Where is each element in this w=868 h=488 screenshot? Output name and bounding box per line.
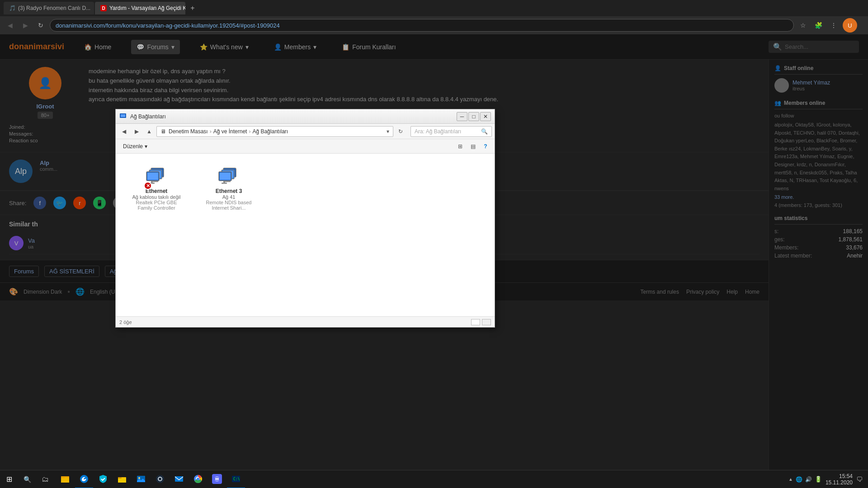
- user-avatar-header[interactable]: U: [843, 18, 857, 33]
- taskbar-apps: C:\: [56, 470, 245, 488]
- search-dialog-icon[interactable]: 🔍: [481, 128, 488, 135]
- page: donanimarsivi 🏠 Home 💬 Forums ▾ ⭐ What's…: [0, 34, 868, 488]
- systray-chevron[interactable]: ▲: [788, 477, 793, 482]
- windows-dialog: Ağ Bağlantıları ─ □ ✕ ◀ ▶ ▲ 🖥 Denetim Ma…: [115, 109, 495, 328]
- dialog-forward[interactable]: ▶: [131, 126, 142, 137]
- svg-rect-8: [147, 173, 158, 180]
- taskbar-app-terminal[interactable]: C:\: [227, 470, 245, 488]
- svg-point-31: [159, 478, 161, 480]
- taskbar-app-chrome[interactable]: [189, 470, 207, 488]
- dialog-controls: ─ □ ✕: [457, 112, 491, 121]
- new-tab-button[interactable]: +: [186, 2, 199, 14]
- extensions-icon[interactable]: 🧩: [812, 19, 825, 32]
- breadcrumb-part-2[interactable]: Ağ ve İnternet: [213, 128, 247, 135]
- taskbar-app-mail[interactable]: [170, 470, 188, 488]
- svg-text:C:\: C:\: [233, 477, 240, 481]
- battery-icon: 🔋: [815, 476, 822, 483]
- svg-rect-9: [151, 181, 153, 183]
- browser-toolbar: ◀ ▶ ↻ donanimarsivi.com/forum/konu/varsa…: [0, 16, 868, 34]
- taskbar-app-folder[interactable]: [113, 470, 131, 488]
- search-dialog-placeholder: Ara: Ağ Bağlantıları: [415, 128, 461, 135]
- start-button[interactable]: ⊞: [0, 470, 18, 488]
- taskbar-app-photos[interactable]: [132, 470, 150, 488]
- svg-rect-21: [61, 478, 69, 483]
- svg-rect-22: [61, 476, 65, 478]
- svg-point-37: [215, 478, 217, 480]
- view-options-icon[interactable]: ⊞: [455, 141, 466, 152]
- taskbar-app-discord[interactable]: [208, 470, 226, 488]
- notification-icon[interactable]: 🗨: [856, 476, 863, 483]
- dialog-toolbar: Düzenle ▾ ⊞ ▤ ?: [116, 139, 495, 154]
- dialog-title-text: Ağ Bağlantıları: [130, 113, 457, 120]
- dialog-nav: ◀ ▶ ▲ 🖥 Denetim Masası › Ağ ve İnternet …: [116, 124, 495, 139]
- browser-chrome: 🎵 (3) Radyo Fenomen Canlı D... ✕ D Yardı…: [0, 0, 868, 34]
- svg-rect-26: [118, 477, 122, 479]
- dialog-back[interactable]: ◀: [118, 126, 129, 137]
- network-item-ethernet[interactable]: ✕ Ethernet Ağ kablosu takılı değil Realt…: [125, 163, 188, 214]
- taskbar-app-shield[interactable]: [94, 470, 112, 488]
- dialog-maximize[interactable]: □: [468, 112, 479, 121]
- address-bar[interactable]: donanimarsivi.com/forum/konu/varsayilan-…: [50, 19, 794, 32]
- svg-rect-32: [175, 476, 183, 482]
- network-icon[interactable]: 🌐: [796, 476, 802, 483]
- breadcrumb-part-3[interactable]: Ağ Bağlantıları: [252, 128, 288, 135]
- ethernet-line1: Ağ kablosu takılı değil: [132, 194, 180, 200]
- menu-icon[interactable]: ⋮: [827, 19, 840, 32]
- svg-point-23: [80, 475, 88, 483]
- tab2-favicon: D: [100, 5, 107, 11]
- breadcrumb-icon: 🖥: [160, 128, 166, 135]
- statusbar-icons: [471, 319, 491, 325]
- breadcrumb-bar[interactable]: 🖥 Denetim Masası › Ağ ve İnternet › Ağ B…: [156, 126, 393, 137]
- network-item-ethernet3[interactable]: Ethernet 3 Ağ 41 Remote NDIS based Inter…: [197, 163, 260, 214]
- clock-time: 15:54: [826, 473, 853, 479]
- taskbar-right: ▲ 🌐 🔊 🔋 15:54 15.11.2020 🗨: [788, 473, 868, 486]
- bookmark-icon[interactable]: ☆: [797, 19, 809, 32]
- ethernet-line2: Realtek PCIe GBE Family Controller: [128, 200, 184, 211]
- dialog-content: ✕ Ethernet Ağ kablosu takılı değil Realt…: [116, 154, 495, 316]
- taskbar-app-steam[interactable]: [151, 470, 169, 488]
- refresh-button[interactable]: ↻: [34, 19, 47, 32]
- taskbar-app-edge[interactable]: [75, 470, 93, 488]
- help-icon[interactable]: ?: [480, 141, 491, 152]
- statusbar-icon-2[interactable]: [482, 319, 491, 325]
- ethernet3-name: Ethernet 3: [216, 188, 242, 194]
- browser-tab-1[interactable]: 🎵 (3) Radyo Fenomen Canlı D... ✕: [4, 2, 94, 14]
- dialog-titlebar: Ağ Bağlantıları ─ □ ✕: [116, 109, 495, 124]
- taskbar-search-btn[interactable]: 🔍: [18, 470, 36, 488]
- ethernet3-icon: [218, 166, 240, 188]
- tab2-label: Yardım - Varsayılan Ağ Geçidi K...: [109, 5, 185, 11]
- systray: ▲ 🌐 🔊 🔋: [788, 476, 822, 483]
- ethernet-icon: ✕: [146, 166, 167, 188]
- svg-point-38: [217, 478, 219, 480]
- back-button[interactable]: ◀: [4, 19, 16, 32]
- clock-date: 15.11.2020: [826, 479, 853, 486]
- search-bar-dialog[interactable]: Ara: Ağ Bağlantıları 🔍: [410, 126, 492, 137]
- toolbar-icons-right: ⊞ ▤ ?: [455, 141, 491, 152]
- organize-chevron: ▾: [145, 143, 147, 150]
- forward-button[interactable]: ▶: [19, 19, 32, 32]
- address-text: donanimarsivi.com/forum/konu/varsayilan-…: [56, 22, 280, 29]
- ethernet3-line1: Ağ 41: [222, 194, 236, 200]
- dialog-refresh[interactable]: ↻: [395, 126, 406, 137]
- item-count: 2 öğe: [119, 319, 132, 325]
- view-list-icon[interactable]: ▤: [467, 141, 478, 152]
- browser-tab-2[interactable]: D Yardım - Varsayılan Ağ Geçidi K... ✕: [95, 2, 185, 14]
- svg-point-35: [197, 478, 199, 480]
- volume-icon[interactable]: 🔊: [805, 476, 812, 483]
- breadcrumb-chevron[interactable]: ▾: [387, 128, 389, 135]
- organize-button[interactable]: Düzenle ▾: [119, 142, 151, 150]
- breadcrumb-part-1[interactable]: Denetim Masası: [169, 128, 208, 135]
- svg-rect-17: [220, 173, 231, 180]
- svg-rect-19: [222, 183, 227, 184]
- dialog-minimize[interactable]: ─: [457, 112, 467, 121]
- task-view-btn[interactable]: 🗂: [36, 470, 54, 488]
- taskbar: ⊞ 🔍 🗂 C:\: [0, 470, 868, 488]
- dialog-up[interactable]: ▲: [144, 126, 155, 137]
- dialog-icon: [119, 112, 127, 121]
- statusbar-icon-1[interactable]: [471, 319, 480, 325]
- dialog-close[interactable]: ✕: [480, 112, 491, 121]
- svg-rect-18: [223, 181, 225, 183]
- taskbar-app-explorer[interactable]: [56, 470, 74, 488]
- taskbar-clock[interactable]: 15:54 15.11.2020: [826, 473, 853, 486]
- svg-rect-1: [121, 114, 125, 117]
